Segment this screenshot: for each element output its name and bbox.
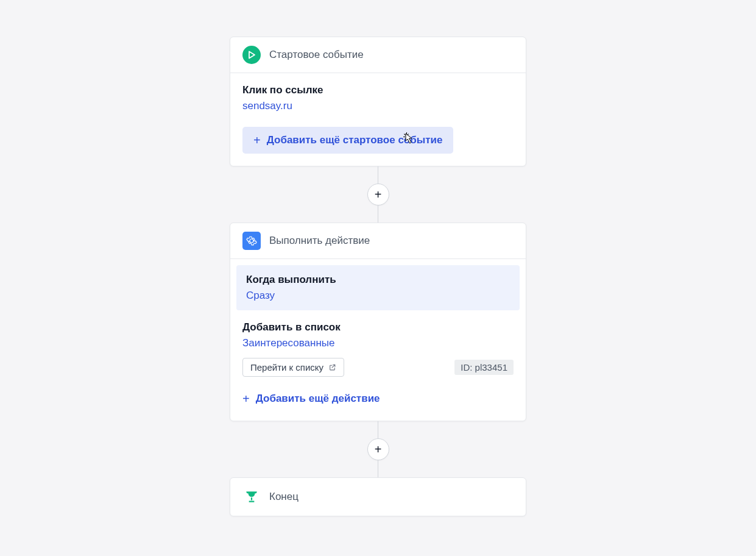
list-value[interactable]: Заинтересованные bbox=[242, 337, 514, 349]
add-node-button[interactable]: + bbox=[367, 184, 389, 205]
add-start-event-label: Добавить ещё стартовое событие bbox=[267, 134, 443, 146]
goto-list-label: Перейти к списку bbox=[250, 362, 323, 372]
start-event-title: Клик по ссылке bbox=[242, 84, 514, 96]
flow-canvas[interactable]: Стартовое событие Клик по ссылке sendsay… bbox=[0, 0, 756, 556]
action-node-body: Когда выполнить Сразу Добавить в список … bbox=[230, 259, 526, 421]
start-event-link[interactable]: sendsay.ru bbox=[242, 100, 514, 112]
end-node[interactable]: Конец bbox=[230, 477, 526, 516]
item-id-badge: ID: pl33451 bbox=[454, 360, 514, 375]
plus-icon: + bbox=[242, 393, 250, 405]
action-node-title: Выполнить действие bbox=[269, 235, 370, 247]
end-node-header: Конец bbox=[230, 478, 526, 516]
plus-icon: + bbox=[253, 134, 261, 146]
connector-line bbox=[378, 205, 378, 223]
start-event-node[interactable]: Стартовое событие Клик по ссылке sendsay… bbox=[230, 37, 526, 166]
action-node[interactable]: Выполнить действие Когда выполнить Сразу… bbox=[230, 223, 526, 421]
start-node-header: Стартовое событие bbox=[230, 37, 526, 73]
trophy-icon bbox=[242, 488, 261, 506]
add-action-button[interactable]: + Добавить ещё действие bbox=[242, 389, 380, 408]
start-node-body: Клик по ссылке sendsay.ru + Добавить ещё… bbox=[230, 73, 526, 166]
add-start-event-button[interactable]: + Добавить ещё стартовое событие bbox=[242, 127, 453, 154]
action-node-header: Выполнить действие bbox=[230, 223, 526, 259]
connector-line bbox=[378, 421, 378, 438]
play-icon bbox=[242, 46, 261, 64]
gear-icon bbox=[242, 232, 261, 250]
when-value: Сразу bbox=[246, 290, 510, 302]
when-block[interactable]: Когда выполнить Сразу bbox=[236, 265, 520, 310]
add-action-label: Добавить ещё действие bbox=[256, 393, 380, 405]
when-title: Когда выполнить bbox=[246, 274, 510, 286]
goto-list-button[interactable]: Перейти к списку bbox=[242, 358, 344, 377]
external-link-icon bbox=[328, 363, 336, 371]
connector-line bbox=[378, 166, 378, 184]
connector-line bbox=[378, 460, 378, 477]
list-actions-row: Перейти к списку ID: pl33451 bbox=[242, 358, 514, 377]
start-node-title: Стартовое событие bbox=[269, 49, 364, 61]
end-node-title: Конец bbox=[269, 491, 299, 503]
add-node-button[interactable]: + bbox=[367, 438, 389, 460]
list-title: Добавить в список bbox=[242, 321, 514, 333]
